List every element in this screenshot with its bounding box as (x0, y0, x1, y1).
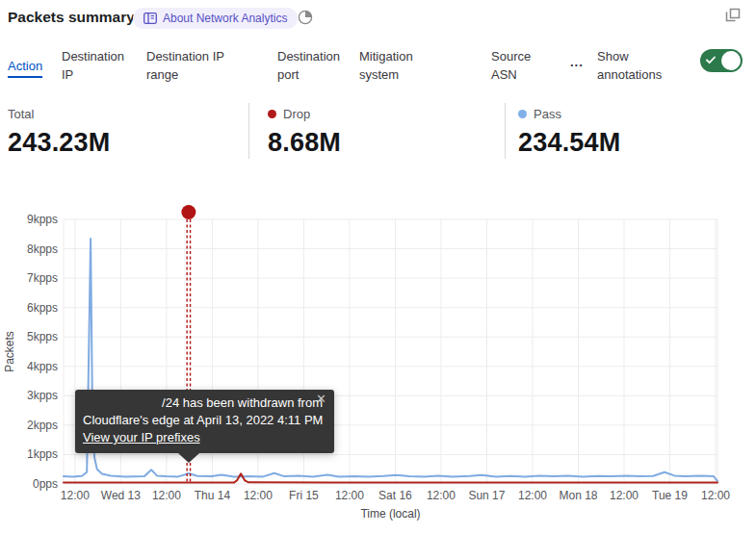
svg-text:Packets: Packets (3, 331, 16, 372)
toggle-knob (721, 51, 741, 70)
svg-text:12:00: 12:00 (610, 489, 639, 502)
svg-text:0pps: 0pps (33, 477, 58, 491)
svg-text:7kpps: 7kpps (27, 271, 58, 285)
svg-text:Sun 17: Sun 17 (468, 489, 505, 502)
svg-text:12:00: 12:00 (61, 489, 90, 502)
svg-text:Mon 18: Mon 18 (559, 489, 597, 502)
stat-divider (248, 103, 249, 159)
tab-destination-ip-range[interactable]: Destination IP range (146, 47, 247, 84)
stat-total-label: Total (8, 107, 34, 121)
tooltip-caret (178, 453, 199, 463)
about-badge-label: About Network Analytics (163, 12, 287, 25)
tab-mitigation-system[interactable]: Mitigation system (359, 47, 440, 84)
stat-total-value: 243.23M (8, 128, 110, 158)
close-icon[interactable]: ✕ (316, 393, 326, 406)
drop-legend-dot (268, 110, 276, 118)
svg-text:12:00: 12:00 (244, 489, 273, 502)
time-range-icon[interactable] (298, 10, 313, 25)
view-ip-prefixes-link[interactable]: View your IP prefixes (83, 429, 200, 446)
annotation-text-line1: /24 has been withdrawn from (83, 394, 325, 412)
summary-stats: Total 243.23M Drop 8.68M Pass 234.54M (0, 102, 756, 162)
tab-destination-ip[interactable]: Destination IP (62, 47, 139, 84)
stat-pass: Pass 234.54M (518, 106, 620, 158)
pass-legend-dot (518, 110, 527, 118)
stat-pass-value: 234.54M (518, 128, 620, 158)
svg-text:Tue 19: Tue 19 (652, 489, 688, 502)
annotation-tooltip: ✕ /24 has been withdrawn from Cloudflare… (75, 390, 334, 453)
annotation-text-line2: Cloudflare's edge at April 13, 2022 4:11… (83, 412, 325, 429)
svg-text:Wed 13: Wed 13 (101, 489, 141, 502)
svg-text:8kpps: 8kpps (27, 242, 58, 256)
show-annotations-toggle[interactable] (700, 49, 743, 72)
show-annotations-label: Show annotations (597, 47, 684, 84)
stat-pass-label: Pass (534, 107, 561, 121)
svg-text:12:00: 12:00 (701, 489, 730, 502)
svg-text:12:00: 12:00 (518, 489, 547, 502)
svg-text:3kpps: 3kpps (27, 389, 58, 402)
svg-text:4kpps: 4kpps (27, 360, 58, 373)
svg-text:Time (local): Time (local) (360, 507, 420, 521)
svg-text:12:00: 12:00 (335, 489, 364, 502)
svg-text:6kpps: 6kpps (27, 301, 58, 315)
about-network-analytics-badge[interactable]: About Network Analytics (133, 8, 298, 29)
tab-action[interactable]: Action (8, 57, 42, 75)
expand-icon[interactable] (724, 8, 742, 24)
stat-drop: Drop 8.68M (268, 106, 341, 158)
svg-text:12:00: 12:00 (152, 489, 181, 502)
tab-source-asn[interactable]: Source ASN (491, 47, 549, 84)
svg-text:2kpps: 2kpps (27, 419, 58, 432)
stat-divider (505, 103, 506, 159)
book-icon (143, 13, 157, 24)
svg-text:9kpps: 9kpps (27, 213, 58, 226)
more-tabs-ellipsis-icon[interactable]: ... (570, 53, 584, 71)
filter-tabs: Action Destination IP Destination IP ran… (0, 42, 756, 87)
page-title: Packets summary (8, 9, 135, 26)
svg-text:Fri 15: Fri 15 (289, 489, 319, 502)
svg-text:Thu 14: Thu 14 (195, 489, 231, 502)
stat-total: Total 243.23M (8, 106, 110, 158)
check-icon (706, 56, 716, 64)
svg-text:Sat 16: Sat 16 (378, 489, 412, 502)
stat-drop-value: 8.68M (268, 128, 341, 158)
packets-time-series-chart: 12:00Wed 1312:00Thu 1412:00Fri 1512:00Sa… (0, 197, 756, 534)
svg-text:5kpps: 5kpps (27, 330, 58, 343)
stat-drop-label: Drop (283, 107, 310, 121)
svg-text:1kpps: 1kpps (27, 447, 58, 461)
svg-text:12:00: 12:00 (427, 489, 456, 502)
tab-destination-port[interactable]: Destination port (277, 47, 358, 84)
